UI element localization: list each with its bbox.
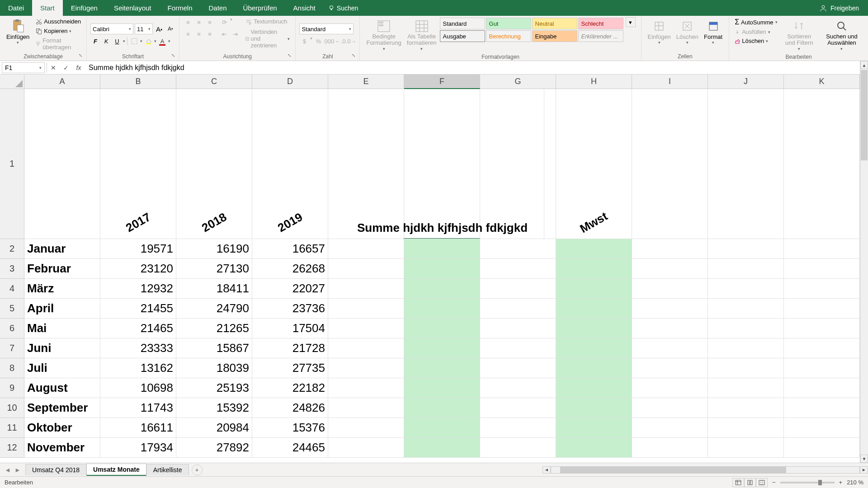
cell[interactable]: 17504 [252, 319, 328, 338]
col-header[interactable]: B [100, 75, 176, 89]
cell[interactable] [708, 418, 784, 438]
cell[interactable]: 23736 [252, 299, 328, 319]
cell[interactable] [404, 259, 480, 279]
sheet-nav-next-icon[interactable]: ► [14, 466, 22, 474]
row-header[interactable]: 9 [0, 378, 24, 398]
cell[interactable]: Oktober [24, 418, 100, 438]
cell[interactable] [404, 338, 480, 358]
delete-cells-button[interactable]: Löschen▾ [674, 17, 701, 47]
cell[interactable] [556, 398, 632, 418]
row-header[interactable]: 8 [0, 358, 24, 378]
cell[interactable] [404, 418, 480, 438]
cell[interactable] [632, 279, 708, 299]
cell[interactable]: 16611 [100, 418, 176, 438]
cell[interactable] [708, 438, 784, 458]
cell[interactable] [784, 358, 860, 378]
cell[interactable] [404, 299, 480, 319]
row-header[interactable]: 4 [0, 279, 24, 299]
cell[interactable] [328, 358, 404, 378]
cell[interactable] [708, 299, 784, 319]
cell[interactable]: Juli [24, 358, 100, 378]
cell[interactable]: 13162 [100, 358, 176, 378]
style-output[interactable]: Ausgabe [440, 30, 485, 42]
zoom-out-icon[interactable]: − [772, 479, 776, 486]
view-normal-icon[interactable] [732, 478, 744, 487]
cell[interactable] [328, 299, 404, 319]
zoom-in-icon[interactable]: + [839, 479, 843, 486]
cell[interactable] [784, 279, 860, 299]
zoom-slider[interactable] [780, 482, 835, 483]
row-header[interactable]: 6 [0, 319, 24, 338]
cell[interactable] [404, 319, 480, 338]
font-color-button[interactable]: A [157, 36, 167, 46]
scroll-right-icon[interactable]: ► [860, 466, 868, 474]
cell[interactable]: 20984 [176, 418, 252, 438]
row-header[interactable]: 2 [0, 239, 24, 259]
cell[interactable] [708, 319, 784, 338]
percent-icon[interactable]: % [313, 36, 323, 46]
cell[interactable] [328, 319, 404, 338]
cell[interactable] [404, 398, 480, 418]
col-header[interactable]: A [24, 75, 100, 89]
scroll-thumb[interactable] [861, 70, 868, 160]
cell[interactable]: Juni [24, 338, 100, 358]
borders-button[interactable] [129, 36, 139, 46]
conditional-format-button[interactable]: Bedingte Formatierung▾ [363, 17, 404, 53]
cell[interactable]: 27735 [252, 358, 328, 378]
cell[interactable]: 22027 [252, 279, 328, 299]
scroll-thumb[interactable] [560, 467, 786, 473]
cell[interactable] [632, 378, 708, 398]
cell[interactable]: 15867 [176, 338, 252, 358]
style-bad[interactable]: Schlecht [578, 18, 623, 29]
cell[interactable] [708, 398, 784, 418]
col-header[interactable]: E [328, 75, 404, 89]
cell[interactable] [632, 319, 708, 338]
paste-button[interactable]: Einfügen▾ [4, 17, 32, 47]
cell[interactable]: 26268 [252, 259, 328, 279]
dialog-launcher-icon[interactable]: ⤡ [171, 53, 178, 59]
cell[interactable] [480, 299, 556, 319]
cell[interactable] [784, 418, 860, 438]
cell[interactable] [708, 279, 784, 299]
cancel-edit-icon[interactable]: ✕ [47, 62, 60, 73]
cell[interactable] [632, 89, 708, 239]
cell[interactable] [784, 239, 860, 259]
cell[interactable] [480, 358, 556, 378]
tab-data[interactable]: Daten [201, 0, 235, 16]
align-left-icon[interactable]: ≡ [183, 29, 193, 39]
cell[interactable] [328, 338, 404, 358]
cell[interactable]: 15392 [176, 398, 252, 418]
col-header[interactable]: J [708, 75, 784, 89]
confirm-edit-icon[interactable]: ✓ [60, 62, 72, 73]
style-input[interactable]: Eingabe [532, 30, 577, 42]
underline-button[interactable]: U [112, 36, 122, 46]
fill-color-button[interactable] [143, 36, 153, 46]
add-sheet-button[interactable]: + [192, 465, 203, 475]
align-right-icon[interactable]: ≡ [205, 29, 215, 39]
scroll-down-icon[interactable]: ▼ [860, 455, 868, 463]
number-format-combo[interactable]: Standard▾ [299, 23, 354, 34]
cell[interactable] [556, 259, 632, 279]
sheet-tab[interactable]: Umsatz Monate [86, 464, 146, 476]
cell[interactable] [24, 89, 100, 239]
cell[interactable]: 27892 [176, 438, 252, 458]
vertical-scrollbar[interactable]: ▲ ▼ [860, 61, 868, 463]
cell[interactable] [784, 319, 860, 338]
cell[interactable] [480, 319, 556, 338]
cell[interactable] [556, 358, 632, 378]
tell-me-search[interactable]: Suchen [328, 5, 358, 12]
cell[interactable] [632, 299, 708, 319]
increase-decimal-icon[interactable]: ←.0 [335, 36, 345, 46]
cell[interactable]: 25193 [176, 378, 252, 398]
style-explanatory[interactable]: Erklärender ... [578, 30, 623, 42]
row-header[interactable]: 12 [0, 438, 24, 458]
insert-cells-button[interactable]: Einfügen▾ [645, 17, 674, 47]
cell[interactable]: Mwst [556, 89, 632, 239]
dialog-launcher-icon[interactable]: ⤡ [288, 53, 294, 59]
cell[interactable] [404, 358, 480, 378]
find-select-button[interactable]: Suchen und Auswählen▾ [819, 17, 864, 53]
row-headers[interactable]: 123456789101112 [0, 89, 24, 458]
cell[interactable]: 21455 [100, 299, 176, 319]
col-header[interactable]: D [252, 75, 328, 89]
cell[interactable] [708, 89, 784, 239]
